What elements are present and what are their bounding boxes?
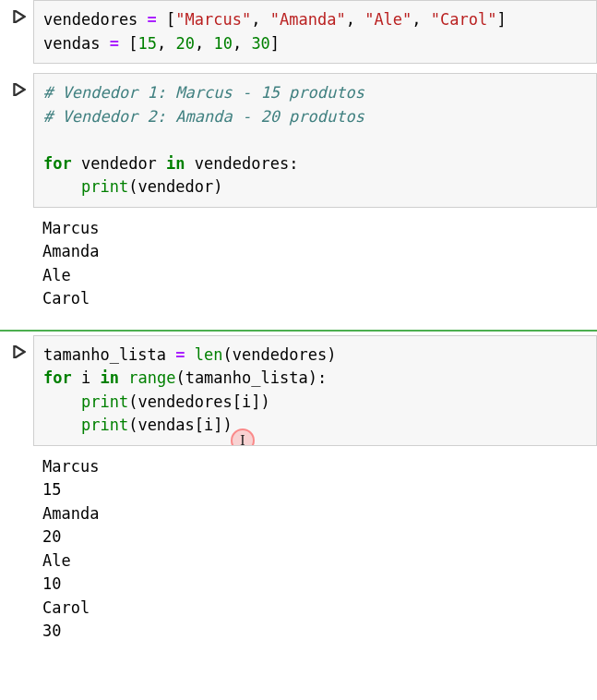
identifier: vendedor (137, 177, 213, 196)
run-icon (13, 82, 26, 100)
cell-output: Marcus 15 Amanda 20 Ale 10 Carol 30 (33, 450, 597, 653)
run-prompt[interactable] (0, 335, 33, 365)
comment: # Vendedor 1: Marcus - 15 produtos (43, 83, 364, 102)
number: 30 (251, 34, 269, 53)
builtin-print: print (81, 416, 128, 434)
code-input[interactable]: tamanho_lista = len(vendedores) for i in… (33, 335, 597, 446)
run-prompt[interactable] (0, 73, 33, 103)
string: "Marcus" (175, 10, 251, 29)
paren: ( (223, 345, 233, 364)
identifier: i (81, 368, 90, 387)
identifier: vendedores (43, 10, 137, 29)
builtin-print: print (81, 392, 128, 411)
comma: , (195, 34, 204, 53)
operator: = (110, 34, 119, 53)
paren: ) (327, 345, 336, 364)
comma: , (412, 10, 421, 29)
builtin-print: print (81, 177, 128, 196)
string: "Carol" (431, 10, 497, 29)
bracket: ] (270, 34, 280, 53)
identifier: i (242, 392, 251, 411)
colon: : (289, 154, 298, 173)
number: 20 (175, 34, 194, 53)
notebook-cell-1: vendedores = ["Marcus", "Amanda", "Ale",… (0, 0, 597, 64)
keyword-in: in (100, 368, 118, 387)
identifier: tamanho_lista (185, 368, 308, 387)
string: "Ale" (364, 10, 412, 29)
bracket: [ (233, 392, 242, 411)
paren: ) (223, 416, 233, 434)
identifier: vendas (43, 34, 100, 53)
keyword-for: for (43, 154, 72, 173)
code-input[interactable]: # Vendedor 1: Marcus - 15 produtos # Ven… (33, 73, 597, 208)
paren: ( (175, 368, 185, 387)
string: "Amanda" (270, 10, 346, 29)
comment: # Vendedor 2: Amanda - 20 produtos (43, 107, 364, 126)
bracket: ] (213, 416, 222, 434)
keyword-for: for (43, 368, 72, 387)
comma: , (346, 10, 355, 29)
cell-output: Marcus Amanda Ale Carol (33, 211, 597, 320)
keyword-in: in (166, 154, 185, 173)
paren: ) (261, 392, 270, 411)
identifier: vendedores (233, 345, 327, 364)
identifier: vendedor (81, 154, 157, 173)
identifier: vendedores (137, 392, 232, 411)
identifier: vendas (137, 416, 194, 434)
number: 15 (137, 34, 156, 53)
comma: , (233, 34, 242, 53)
cell-selection-divider (0, 330, 597, 332)
bracket: [ (195, 416, 204, 434)
colon: : (317, 368, 327, 387)
bracket: [ (128, 34, 137, 53)
operator: = (148, 10, 157, 29)
bracket: ] (251, 392, 260, 411)
paren: ( (128, 392, 137, 411)
number: 10 (213, 34, 232, 53)
run-icon (13, 344, 26, 362)
builtin-range: range (128, 368, 175, 387)
operator: = (175, 345, 185, 364)
comma: , (251, 10, 260, 29)
identifier: tamanho_lista (43, 345, 166, 364)
text-cursor-icon: I (231, 428, 255, 446)
run-prompt[interactable] (0, 0, 33, 30)
paren: ( (128, 416, 137, 434)
run-icon (13, 9, 26, 27)
notebook-cell-3: tamanho_lista = len(vendedores) for i in… (0, 335, 597, 446)
bracket: ] (496, 10, 506, 29)
notebook-cell-2: # Vendedor 1: Marcus - 15 produtos # Ven… (0, 73, 597, 208)
paren: ) (308, 368, 317, 387)
identifier: i (204, 416, 213, 434)
comma: , (157, 34, 166, 53)
builtin-len: len (195, 345, 223, 364)
identifier: vendedores (195, 154, 289, 173)
code-input[interactable]: vendedores = ["Marcus", "Amanda", "Ale",… (33, 0, 597, 64)
paren: ) (213, 177, 222, 196)
paren: ( (128, 177, 137, 196)
bracket: [ (166, 10, 175, 29)
